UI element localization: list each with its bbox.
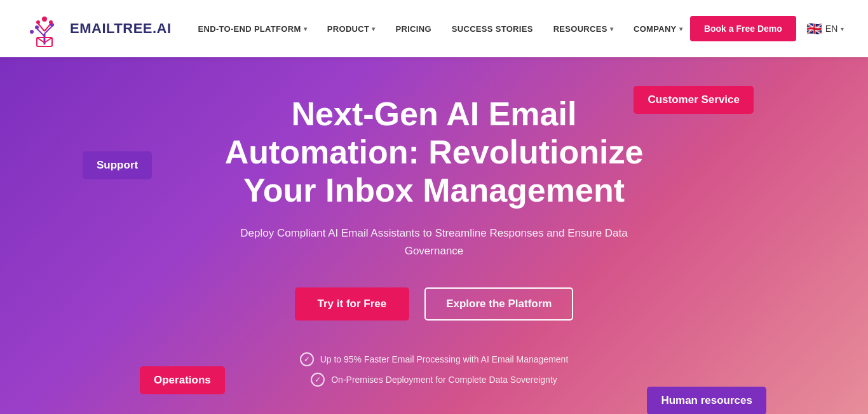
nav-item-platform[interactable]: END-TO-END PLATFORM ▾: [191, 19, 315, 39]
customer-service-badge: Customer Service: [634, 86, 754, 114]
nav-company-label: COMPANY: [634, 24, 677, 34]
logo-link[interactable]: EMAILTREE.AI: [25, 10, 172, 48]
hero-features: ✓ Up to 95% Faster Email Processing with…: [224, 352, 644, 387]
logo-text: EMAILTREE.AI: [70, 20, 172, 37]
check-icon: ✓: [311, 373, 325, 387]
chevron-down-icon: ▾: [610, 25, 613, 32]
feature-item-0: ✓ Up to 95% Faster Email Processing with…: [300, 352, 569, 366]
nav-pricing-label: PRICING: [396, 24, 431, 34]
hero-buttons: Try it for Free Explore the Platform: [224, 287, 644, 321]
lang-code: EN: [825, 24, 837, 34]
nav-item-company[interactable]: COMPANY ▾: [626, 19, 690, 39]
chevron-down-icon: ▾: [679, 25, 682, 32]
flag-icon: 🇬🇧: [806, 21, 822, 36]
explore-platform-button[interactable]: Explore the Platform: [424, 287, 573, 321]
support-badge: Support: [83, 151, 152, 179]
svg-point-5: [42, 17, 47, 22]
svg-point-9: [49, 20, 53, 24]
feature-text-1: On-Premises Deployment for Complete Data…: [331, 375, 557, 385]
hero-subtitle: Deploy Compliant AI Email Assistants to …: [224, 224, 644, 259]
hero-title: Next-Gen AI Email Automation: Revolution…: [224, 95, 644, 209]
feature-item-1: ✓ On-Premises Deployment for Complete Da…: [311, 373, 557, 387]
hero-section: Customer Service Support Operations Huma…: [0, 57, 868, 414]
check-icon: ✓: [300, 352, 314, 366]
nav-success-label: SUCCESS STORIES: [452, 24, 533, 34]
nav-item-product[interactable]: PRODUCT ▾: [320, 19, 383, 39]
book-demo-button[interactable]: Book a Free Demo: [690, 16, 796, 41]
svg-point-8: [36, 20, 40, 24]
operations-badge: Operations: [140, 366, 225, 394]
language-selector[interactable]: 🇬🇧 EN ▾: [806, 21, 844, 36]
nav-item-pricing[interactable]: PRICING: [388, 19, 439, 39]
nav-item-success[interactable]: SUCCESS STORIES: [444, 19, 541, 39]
try-free-button[interactable]: Try it for Free: [295, 287, 410, 321]
svg-point-10: [30, 30, 34, 34]
chevron-down-icon: ▾: [304, 25, 307, 32]
logo-icon: [25, 10, 64, 48]
svg-point-6: [35, 25, 39, 29]
chevron-down-icon: ▾: [841, 25, 844, 32]
nav-item-resources[interactable]: RESOURCES ▾: [546, 19, 621, 39]
nav-resources-label: RESOURCES: [553, 24, 607, 34]
chevron-down-icon: ▾: [372, 25, 375, 32]
nav-product-label: PRODUCT: [327, 24, 369, 34]
navbar: EMAILTREE.AI END-TO-END PLATFORM ▾ PRODU…: [0, 0, 868, 57]
hero-content: Next-Gen AI Email Automation: Revolution…: [212, 57, 656, 414]
human-resources-badge: Human resources: [647, 387, 766, 414]
nav-platform-label: END-TO-END PLATFORM: [198, 24, 301, 34]
feature-text-0: Up to 95% Faster Email Processing with A…: [320, 354, 569, 364]
nav-links: END-TO-END PLATFORM ▾ PRODUCT ▾ PRICING …: [191, 19, 690, 39]
